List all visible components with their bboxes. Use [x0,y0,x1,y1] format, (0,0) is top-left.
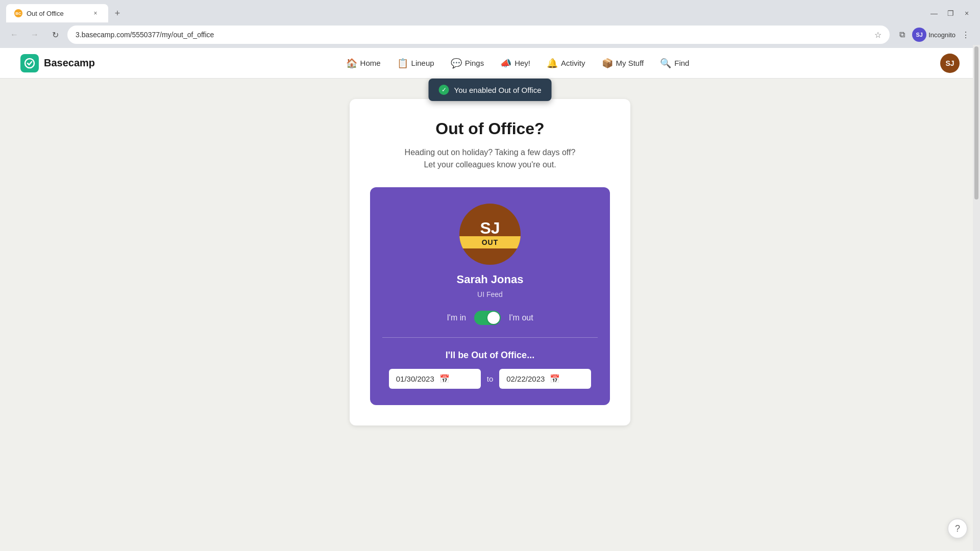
tab-title: Out of Office [27,10,87,17]
date-section: I'll be Out of Office... 01/30/2023 📅 to… [382,350,598,389]
menu-button[interactable]: ⋮ [958,27,974,43]
nav-hey[interactable]: 📣 Hey! [500,56,530,71]
url-text: 3.basecamp.com/5550377/my/out_of_office [76,31,870,39]
out-badge: OUT [459,236,521,248]
nav-find-label: Find [674,59,689,67]
back-button[interactable]: ← [6,27,22,43]
toggle-knob [487,312,500,324]
mystuff-icon: 📦 [602,58,613,69]
main-nav: 🏠 Home 📋 Lineup 💬 Pings 📣 Hey! 🔔 Activit… [346,56,690,71]
nav-find[interactable]: 🔍 Find [660,56,689,71]
logo-icon [20,54,39,72]
app-container: Basecamp 🏠 Home 📋 Lineup 💬 Pings 📣 Hey! … [0,48,980,551]
close-window-button[interactable]: × [960,6,974,20]
extensions-button[interactable]: ⧉ [894,27,910,43]
scrollbar[interactable] [973,45,980,551]
nav-pings-label: Pings [465,59,484,67]
header-right: SJ [940,54,960,73]
scrollbar-thumb[interactable] [974,46,978,199]
nav-hey-label: Hey! [514,59,530,67]
avatar-initials: SJ [480,220,500,236]
avatar: SJ OUT [459,204,521,265]
to-date-value: 02/22/2023 [506,374,545,383]
title-bar: BC Out of Office × + — ❐ × [0,0,980,22]
nav-lineup-label: Lineup [411,59,434,67]
page-subtitle-line1: Heading out on holiday? Taking a few day… [370,146,610,159]
nav-mystuff-label: My Stuff [616,59,644,67]
home-icon: 🏠 [346,58,357,69]
pings-icon: 💬 [451,58,462,69]
nav-lineup[interactable]: 📋 Lineup [397,56,434,71]
date-section-title: I'll be Out of Office... [382,350,598,361]
to-date-input[interactable]: 02/22/2023 📅 [499,369,591,389]
toast-message: You enabled Out of Office [454,86,542,94]
lineup-icon: 📋 [397,58,408,69]
nav-home[interactable]: 🏠 Home [346,56,381,71]
avatar-container: SJ OUT [459,204,521,265]
user-name: Sarah Jonas [457,273,524,286]
app-header: Basecamp 🏠 Home 📋 Lineup 💬 Pings 📣 Hey! … [0,48,980,79]
user-avatar[interactable]: SJ [940,54,960,73]
forward-button[interactable]: → [27,27,43,43]
new-tab-button[interactable]: + [110,6,125,20]
bookmark-icon: ☆ [874,30,881,40]
logo-text: Basecamp [44,57,95,69]
date-to-label: to [487,374,494,383]
tab-favicon: BC [14,9,22,17]
activity-icon: 🔔 [547,58,558,69]
toolbar-right: ⧉ SJ Incognito ⋮ [894,27,974,43]
browser-toolbar: ← → ↻ 3.basecamp.com/5550377/my/out_of_o… [0,22,980,48]
nav-pings[interactable]: 💬 Pings [451,56,484,71]
toggle-label-left: I'm in [447,313,466,322]
profile-card: SJ OUT Sarah Jonas UI Feed I'm in I'm ou… [370,187,610,405]
window-controls: — ❐ × [927,6,974,20]
from-calendar-icon: 📅 [439,374,450,384]
card-header: Out of Office? Heading out on holiday? T… [370,119,610,171]
page-subtitle-line2: Let your colleagues know you're out. [370,159,610,171]
nav-activity[interactable]: 🔔 Activity [547,56,585,71]
toast-notification: ✓ You enabled Out of Office [429,79,552,101]
minimize-button[interactable]: — [927,6,941,20]
nav-activity-label: Activity [561,59,585,67]
maximize-button[interactable]: ❐ [943,6,958,20]
refresh-button[interactable]: ↻ [47,27,63,43]
out-of-office-toggle[interactable] [474,311,501,325]
logo[interactable]: Basecamp [20,54,95,72]
page-content: Out of Office? Heading out on holiday? T… [0,79,980,446]
help-button[interactable]: ? [947,518,968,539]
address-bar[interactable]: 3.basecamp.com/5550377/my/out_of_office … [67,26,890,44]
toast-check-icon: ✓ [439,85,449,95]
browser-chrome: BC Out of Office × + — ❐ × ← → ↻ 3.basec… [0,0,980,48]
tab-bar: BC Out of Office × + [6,4,125,22]
toggle-label-right: I'm out [509,313,533,322]
tab-close-button[interactable]: × [91,9,100,18]
from-date-value: 01/30/2023 [396,374,434,383]
nav-home-label: Home [360,59,381,67]
user-company: UI Feed [477,290,503,298]
profile-button[interactable]: SJ [912,28,926,42]
hey-icon: 📣 [500,58,511,69]
to-calendar-icon: 📅 [550,374,560,384]
toggle-row: I'm in I'm out [447,311,533,325]
divider [382,337,598,338]
nav-mystuff[interactable]: 📦 My Stuff [602,56,644,71]
date-row: 01/30/2023 📅 to 02/22/2023 📅 [382,369,598,389]
main-card: Out of Office? Heading out on holiday? T… [350,99,630,425]
toast-container: ✓ You enabled Out of Office [429,79,552,101]
page-title: Out of Office? [370,119,610,138]
incognito-label: Incognito [928,31,955,39]
from-date-input[interactable]: 01/30/2023 📅 [389,369,481,389]
active-tab[interactable]: BC Out of Office × [6,4,108,22]
find-icon: 🔍 [660,58,671,69]
